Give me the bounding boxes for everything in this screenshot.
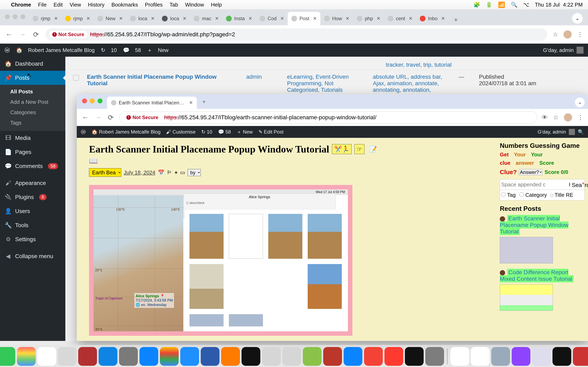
nav-forward-button[interactable]: → xyxy=(94,113,102,122)
wp-howdy[interactable]: G'day, admin xyxy=(543,47,584,54)
traffic-max-icon[interactable] xyxy=(20,14,25,19)
menu-view[interactable]: View xyxy=(70,2,81,8)
recent-post-item[interactable]: Earth Scanner Initial Placename Popup Wi… xyxy=(500,215,585,263)
wp-logo-icon[interactable]: ⓦ xyxy=(81,129,86,135)
sidebar-sub-tags[interactable]: Tags xyxy=(0,118,65,128)
menubar-clock[interactable]: Thu 18 Jul 4:22 PM xyxy=(535,2,583,8)
browser-tab[interactable]: rjmp✕ xyxy=(29,12,61,25)
title-chip-1[interactable]: ✂️🏃 xyxy=(332,144,352,154)
recent-post-link[interactable]: Code Difference Report Mixed Content Iss… xyxy=(500,269,573,282)
dock-app-preferences[interactable] xyxy=(425,347,444,366)
sidebar-item-media[interactable]: 🎞Media xyxy=(0,131,65,145)
browser-tab[interactable]: php✕ xyxy=(353,12,384,25)
window-traffic-lights[interactable] xyxy=(82,99,103,103)
traffic-min-icon[interactable] xyxy=(90,99,95,103)
answer-select[interactable]: Answer? xyxy=(519,169,543,175)
meta-select[interactable]: Earth Bea xyxy=(89,168,121,177)
menu-profiles[interactable]: Profiles xyxy=(145,2,163,8)
menubar-extension-icon[interactable]: 🧩 xyxy=(474,2,480,8)
menu-window[interactable]: Window xyxy=(185,2,204,8)
traffic-min-icon[interactable] xyxy=(13,14,17,19)
sidebar-item-tools[interactable]: 🔧Tools xyxy=(0,218,65,232)
dock-app[interactable] xyxy=(201,347,219,366)
browser-tab-active[interactable]: Earth Scanner Initial Placenam ✕ xyxy=(107,97,197,109)
sidebar-collapse[interactable]: ◀Collapse menu xyxy=(0,249,65,263)
calendar-icon[interactable]: 📅 xyxy=(158,169,164,176)
new-tab-button[interactable]: ＋ xyxy=(199,97,209,106)
nav-back-button[interactable]: ← xyxy=(81,113,89,122)
menu-help[interactable]: Help xyxy=(211,2,222,8)
wp-updates[interactable]: ↻ 10 xyxy=(201,129,212,135)
dock-folder[interactable] xyxy=(553,347,571,366)
title-chip-3[interactable]: 📝 xyxy=(367,144,379,154)
dock-app-photos[interactable] xyxy=(17,347,36,366)
browser-tab[interactable]: Insta✕ xyxy=(222,12,256,25)
tab-close-icon[interactable]: ✕ xyxy=(151,16,155,21)
dock-app-tv[interactable] xyxy=(242,347,260,366)
row-checkbox[interactable] xyxy=(73,75,79,81)
dock-app[interactable] xyxy=(303,347,321,366)
browser-tab[interactable]: How✕ xyxy=(320,12,353,25)
browser-tab[interactable]: cent✕ xyxy=(384,12,416,25)
dock-app-filezilla[interactable] xyxy=(78,347,97,366)
wp-comments[interactable]: 💬 58 xyxy=(123,47,141,53)
traffic-max-icon[interactable] xyxy=(98,99,103,103)
sidebar-item-plugins[interactable]: 🔌Plugins6 xyxy=(0,190,65,204)
sidebar-sub-allposts[interactable]: All Posts xyxy=(0,86,65,97)
chrome-menu-icon[interactable]: ⋮ xyxy=(577,114,584,121)
browser-tab-active[interactable]: Post✕ xyxy=(288,12,320,25)
wp-howdy[interactable]: G'day, admin🔍 xyxy=(537,129,584,135)
new-tab-button[interactable]: ＋ xyxy=(450,14,462,25)
traffic-close-icon[interactable] xyxy=(5,14,10,19)
dock-folder[interactable] xyxy=(532,347,551,366)
tab-close-icon[interactable]: ✕ xyxy=(183,16,186,21)
tab-close-icon[interactable]: ✕ xyxy=(441,16,445,21)
browser-tab[interactable]: rjmp✕ xyxy=(61,12,94,25)
nav-back-button[interactable]: ← xyxy=(5,30,13,39)
wp-new[interactable]: ＋ New xyxy=(147,47,168,54)
radio-tag[interactable]: Tag xyxy=(501,192,516,198)
dock-app[interactable] xyxy=(323,347,342,366)
wp-customise[interactable]: 🖌 Customise xyxy=(166,129,196,135)
sidebar-sub-addnew[interactable]: Add a New Post xyxy=(0,97,65,107)
omnibox[interactable]: !Not Secure https://65.254.95.247/ITblog… xyxy=(119,111,537,124)
title-chip-2[interactable]: ☞ xyxy=(355,144,364,154)
dock-app[interactable] xyxy=(282,347,301,366)
bookmark-star-icon[interactable]: ☆ xyxy=(553,31,558,38)
radio-category[interactable]: Category xyxy=(519,192,547,198)
tab-close-icon[interactable]: ✕ xyxy=(346,16,349,21)
wp-new[interactable]: ＋ New xyxy=(237,129,253,135)
equals-icon[interactable]: ▭ xyxy=(180,169,185,176)
flag-icon[interactable]: 🏳 xyxy=(167,169,172,176)
sidebar-item-settings[interactable]: ⚙Settings xyxy=(0,232,65,246)
nav-reload-button[interactable]: ⟳ xyxy=(107,113,115,122)
dock-folder[interactable] xyxy=(573,347,588,366)
radio-title[interactable]: Title RE xyxy=(550,192,573,198)
profile-avatar[interactable] xyxy=(563,30,572,39)
dock-app[interactable] xyxy=(119,347,138,366)
browser-tab[interactable]: loca✕ xyxy=(126,12,158,25)
tab-close-icon[interactable]: ✕ xyxy=(249,16,252,21)
dock-folder[interactable] xyxy=(450,347,469,366)
dock-app-facetime[interactable] xyxy=(0,347,15,366)
menubar-wifi-icon[interactable]: 📶 xyxy=(498,1,505,8)
post-tags[interactable]: absolute URL, address bar, Ajax, animati… xyxy=(373,74,450,93)
sidebar-item-appearance[interactable]: 🖌Appearance xyxy=(0,176,65,190)
bookmark-star-icon[interactable]: ☆ xyxy=(553,114,559,121)
wp-edit-post[interactable]: ✎ Edit Post xyxy=(259,129,284,135)
dock-app[interactable] xyxy=(99,347,117,366)
featured-image[interactable]: Wed 17 Jul 4:59 PM 130°E 140°E 20°S 30°S… xyxy=(89,185,352,336)
post-title-link[interactable]: Earth Scanner Initial Placename Popup Wi… xyxy=(87,74,238,87)
profile-avatar[interactable] xyxy=(564,113,572,122)
eye-slash-icon[interactable]: 👁 xyxy=(542,114,548,121)
tab-overflow-button[interactable]: ⌄ xyxy=(575,98,585,107)
sidebar-item-users[interactable]: 👤Users xyxy=(0,204,65,218)
sidebar-item-posts[interactable]: 📌Posts xyxy=(0,71,65,85)
search-button[interactable]: Sea+rch^ xyxy=(572,181,588,188)
dock-folder[interactable] xyxy=(512,347,530,366)
sidebar-item-comments[interactable]: 💬Comments58 xyxy=(0,159,65,173)
prev-row-tags[interactable]: tracker, travel, trip, tutorial xyxy=(71,62,582,70)
book-icon[interactable]: 📖 xyxy=(89,157,490,165)
dock-folder[interactable] xyxy=(491,347,510,366)
search-input[interactable] xyxy=(501,182,568,188)
